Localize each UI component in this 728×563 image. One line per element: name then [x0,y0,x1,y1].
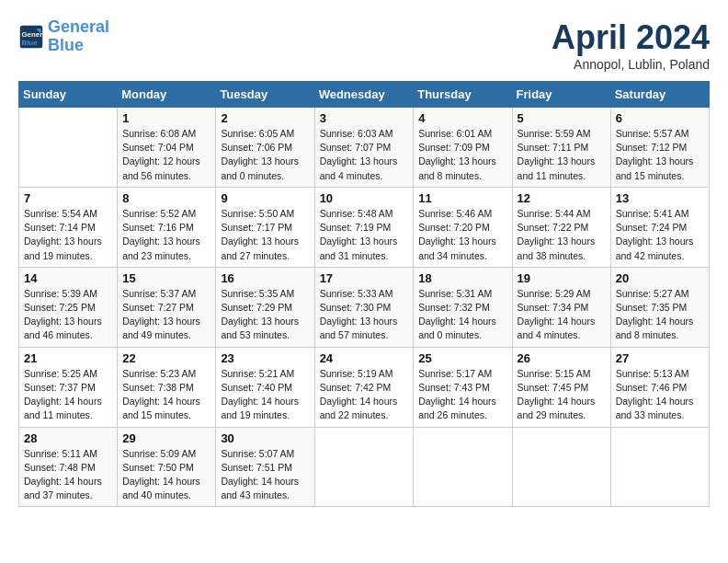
calendar-cell: 10Sunrise: 5:48 AM Sunset: 7:19 PM Dayli… [314,187,414,267]
day-number: 10 [320,191,409,205]
calendar-cell: 17Sunrise: 5:33 AM Sunset: 7:30 PM Dayli… [314,267,414,347]
logo: General Blue General Blue [18,18,109,55]
day-info: Sunrise: 5:15 AM Sunset: 7:45 PM Dayligh… [518,367,606,423]
header: General Blue General Blue April 2024 Ann… [18,18,710,72]
calendar-cell: 23Sunrise: 5:21 AM Sunset: 7:40 PM Dayli… [216,347,314,427]
day-info: Sunrise: 5:09 AM Sunset: 7:50 PM Dayligh… [122,447,210,503]
weekday-header: Sunday [19,82,118,108]
calendar-cell: 27Sunrise: 5:13 AM Sunset: 7:46 PM Dayli… [610,347,709,427]
day-info: Sunrise: 6:03 AM Sunset: 7:07 PM Dayligh… [320,127,409,183]
day-number: 11 [418,191,506,205]
day-number: 28 [24,431,112,445]
day-info: Sunrise: 5:25 AM Sunset: 7:37 PM Dayligh… [24,367,112,423]
calendar-cell [19,108,118,188]
day-info: Sunrise: 5:39 AM Sunset: 7:25 PM Dayligh… [24,287,112,343]
day-number: 26 [518,351,606,365]
day-number: 21 [24,351,112,365]
calendar-week-row: 21Sunrise: 5:25 AM Sunset: 7:37 PM Dayli… [19,347,710,427]
day-number: 5 [518,111,606,125]
day-info: Sunrise: 5:44 AM Sunset: 7:22 PM Dayligh… [518,207,606,263]
calendar-table: SundayMondayTuesdayWednesdayThursdayFrid… [18,81,710,507]
day-info: Sunrise: 5:35 AM Sunset: 7:29 PM Dayligh… [221,287,309,343]
day-info: Sunrise: 5:21 AM Sunset: 7:40 PM Dayligh… [221,367,309,423]
title-area: April 2024 Annopol, Lublin, Poland [552,18,710,72]
day-info: Sunrise: 5:54 AM Sunset: 7:14 PM Dayligh… [24,207,112,263]
calendar-cell: 30Sunrise: 5:07 AM Sunset: 7:51 PM Dayli… [216,427,314,507]
calendar-cell: 15Sunrise: 5:37 AM Sunset: 7:27 PM Dayli… [118,267,216,347]
logo-icon: General Blue [18,24,44,50]
calendar-cell: 18Sunrise: 5:31 AM Sunset: 7:32 PM Dayli… [414,267,512,347]
logo-text: General Blue [48,18,109,55]
day-number: 13 [616,191,704,205]
calendar-cell: 5Sunrise: 5:59 AM Sunset: 7:11 PM Daylig… [512,108,610,188]
day-info: Sunrise: 6:01 AM Sunset: 7:09 PM Dayligh… [418,127,506,183]
day-number: 1 [122,111,210,125]
day-info: Sunrise: 5:48 AM Sunset: 7:19 PM Dayligh… [320,207,409,263]
calendar-cell: 16Sunrise: 5:35 AM Sunset: 7:29 PM Dayli… [216,267,314,347]
day-number: 23 [221,351,309,365]
calendar-cell: 25Sunrise: 5:17 AM Sunset: 7:43 PM Dayli… [414,347,512,427]
calendar-cell: 28Sunrise: 5:11 AM Sunset: 7:48 PM Dayli… [19,427,118,507]
day-number: 3 [320,111,409,125]
day-info: Sunrise: 5:27 AM Sunset: 7:35 PM Dayligh… [616,287,704,343]
day-number: 17 [320,271,409,285]
weekday-header: Tuesday [216,82,314,108]
calendar-cell: 3Sunrise: 6:03 AM Sunset: 7:07 PM Daylig… [314,108,414,188]
calendar-cell: 19Sunrise: 5:29 AM Sunset: 7:34 PM Dayli… [512,267,610,347]
calendar-cell [610,427,709,507]
calendar-cell: 29Sunrise: 5:09 AM Sunset: 7:50 PM Dayli… [118,427,216,507]
calendar-week-row: 28Sunrise: 5:11 AM Sunset: 7:48 PM Dayli… [19,427,710,507]
calendar-cell: 22Sunrise: 5:23 AM Sunset: 7:38 PM Dayli… [118,347,216,427]
calendar-week-row: 1Sunrise: 6:08 AM Sunset: 7:04 PM Daylig… [19,108,710,188]
calendar-cell: 2Sunrise: 6:05 AM Sunset: 7:06 PM Daylig… [216,108,314,188]
calendar-cell: 24Sunrise: 5:19 AM Sunset: 7:42 PM Dayli… [314,347,414,427]
weekday-header: Friday [512,82,610,108]
day-number: 25 [418,351,506,365]
day-number: 12 [518,191,606,205]
day-info: Sunrise: 6:05 AM Sunset: 7:06 PM Dayligh… [221,127,309,183]
day-number: 19 [518,271,606,285]
day-number: 8 [122,191,210,205]
day-number: 30 [221,431,309,445]
weekday-header: Monday [118,82,216,108]
day-info: Sunrise: 5:59 AM Sunset: 7:11 PM Dayligh… [518,127,606,183]
calendar-cell: 14Sunrise: 5:39 AM Sunset: 7:25 PM Dayli… [19,267,118,347]
calendar-cell: 4Sunrise: 6:01 AM Sunset: 7:09 PM Daylig… [414,108,512,188]
day-info: Sunrise: 6:08 AM Sunset: 7:04 PM Dayligh… [122,127,210,183]
day-info: Sunrise: 5:37 AM Sunset: 7:27 PM Dayligh… [122,287,210,343]
calendar-cell: 6Sunrise: 5:57 AM Sunset: 7:12 PM Daylig… [610,108,709,188]
day-number: 20 [616,271,704,285]
day-number: 6 [616,111,704,125]
day-number: 2 [221,111,309,125]
calendar-cell: 1Sunrise: 6:08 AM Sunset: 7:04 PM Daylig… [118,108,216,188]
day-info: Sunrise: 5:41 AM Sunset: 7:24 PM Dayligh… [616,207,704,263]
calendar-cell: 21Sunrise: 5:25 AM Sunset: 7:37 PM Dayli… [19,347,118,427]
day-number: 29 [122,431,210,445]
calendar-cell: 9Sunrise: 5:50 AM Sunset: 7:17 PM Daylig… [216,187,314,267]
day-info: Sunrise: 5:33 AM Sunset: 7:30 PM Dayligh… [320,287,409,343]
day-number: 14 [24,271,112,285]
calendar-cell: 20Sunrise: 5:27 AM Sunset: 7:35 PM Dayli… [610,267,709,347]
calendar-week-row: 14Sunrise: 5:39 AM Sunset: 7:25 PM Dayli… [19,267,710,347]
calendar-cell: 8Sunrise: 5:52 AM Sunset: 7:16 PM Daylig… [118,187,216,267]
day-info: Sunrise: 5:19 AM Sunset: 7:42 PM Dayligh… [320,367,409,423]
day-info: Sunrise: 5:31 AM Sunset: 7:32 PM Dayligh… [418,287,506,343]
day-number: 24 [320,351,409,365]
day-info: Sunrise: 5:07 AM Sunset: 7:51 PM Dayligh… [221,447,309,503]
calendar-week-row: 7Sunrise: 5:54 AM Sunset: 7:14 PM Daylig… [19,187,710,267]
calendar-cell [512,427,610,507]
day-info: Sunrise: 5:17 AM Sunset: 7:43 PM Dayligh… [418,367,506,423]
day-info: Sunrise: 5:46 AM Sunset: 7:20 PM Dayligh… [418,207,506,263]
day-info: Sunrise: 5:13 AM Sunset: 7:46 PM Dayligh… [616,367,704,423]
weekday-header: Saturday [610,82,709,108]
svg-text:Blue: Blue [22,39,39,47]
day-info: Sunrise: 5:57 AM Sunset: 7:12 PM Dayligh… [616,127,704,183]
day-number: 27 [616,351,704,365]
day-info: Sunrise: 5:52 AM Sunset: 7:16 PM Dayligh… [122,207,210,263]
day-number: 4 [418,111,506,125]
day-info: Sunrise: 5:11 AM Sunset: 7:48 PM Dayligh… [24,447,112,503]
calendar-cell [414,427,512,507]
day-number: 15 [122,271,210,285]
location: Annopol, Lublin, Poland [552,57,710,72]
calendar-cell: 13Sunrise: 5:41 AM Sunset: 7:24 PM Dayli… [610,187,709,267]
